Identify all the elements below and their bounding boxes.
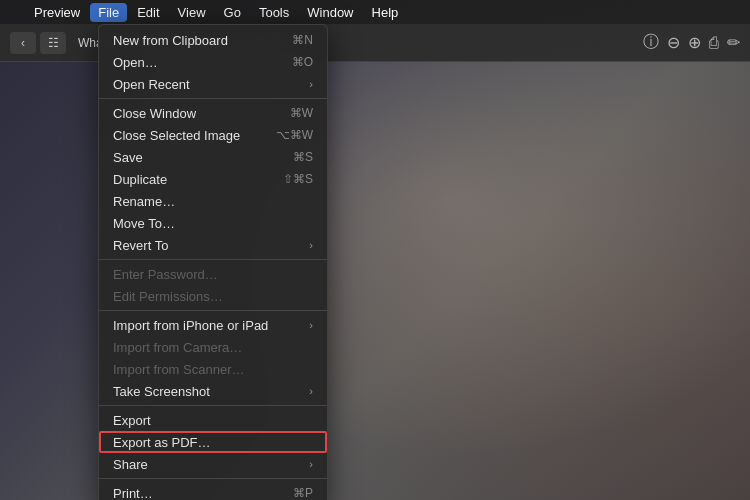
menubar-item-window[interactable]: Window — [299, 3, 361, 22]
menu-item-label: Take Screenshot — [113, 384, 210, 399]
menu-divider — [99, 405, 327, 406]
menubar-item-view[interactable]: View — [170, 3, 214, 22]
keyboard-shortcut: ⌘W — [290, 106, 313, 120]
toolbar-nav: ‹ ☷ — [10, 32, 66, 54]
menu-divider — [99, 478, 327, 479]
menu-item-label: Save — [113, 150, 143, 165]
submenu-arrow-icon: › — [309, 78, 313, 90]
menubar-item-file[interactable]: File — [90, 3, 127, 22]
menu-item-label: New from Clipboard — [113, 33, 228, 48]
menu-item-label: Open Recent — [113, 77, 190, 92]
menu-divider — [99, 310, 327, 311]
menu-item-label: Duplicate — [113, 172, 167, 187]
keyboard-shortcut: ⌥⌘W — [276, 128, 313, 142]
keyboard-shortcut: ⌘O — [292, 55, 313, 69]
menu-item-label: Import from Scanner… — [113, 362, 245, 377]
toolbar-actions: ⓘ ⊖ ⊕ ⎙ ✏ — [643, 32, 740, 53]
menu-divider — [99, 98, 327, 99]
menu-item-import-from-iphone-or-ipad[interactable]: Import from iPhone or iPad› — [99, 314, 327, 336]
menubar-item-tools[interactable]: Tools — [251, 3, 297, 22]
menu-item-label: Revert To — [113, 238, 168, 253]
menu-item-close-selected-image[interactable]: Close Selected Image⌥⌘W — [99, 124, 327, 146]
menu-item-share[interactable]: Share› — [99, 453, 327, 475]
menu-item-export-as-pdf-[interactable]: Export as PDF… — [99, 431, 327, 453]
menu-item-new-from-clipboard[interactable]: New from Clipboard⌘N — [99, 29, 327, 51]
keyboard-shortcut: ⇧⌘S — [283, 172, 313, 186]
keyboard-shortcut: ⌘S — [293, 150, 313, 164]
file-dropdown-menu: New from Clipboard⌘NOpen…⌘OOpen Recent›C… — [98, 24, 328, 500]
menu-item-import-from-camera-: Import from Camera… — [99, 336, 327, 358]
menu-item-print-[interactable]: Print…⌘P — [99, 482, 327, 500]
menu-item-label: Move To… — [113, 216, 175, 231]
menu-item-open-[interactable]: Open…⌘O — [99, 51, 327, 73]
keyboard-shortcut: ⌘N — [292, 33, 313, 47]
menubar-item-edit[interactable]: Edit — [129, 3, 167, 22]
submenu-arrow-icon: › — [309, 385, 313, 397]
menu-item-open-recent[interactable]: Open Recent› — [99, 73, 327, 95]
zoom-in-button[interactable]: ⊕ — [688, 33, 701, 52]
menu-item-duplicate[interactable]: Duplicate⇧⌘S — [99, 168, 327, 190]
zoom-out-button[interactable]: ⊖ — [667, 33, 680, 52]
menu-item-label: Import from Camera… — [113, 340, 242, 355]
menu-item-label: Close Window — [113, 106, 196, 121]
menu-item-label: Export — [113, 413, 151, 428]
menu-item-rename-[interactable]: Rename… — [99, 190, 327, 212]
menu-item-label: Import from iPhone or iPad — [113, 318, 268, 333]
menu-item-take-screenshot[interactable]: Take Screenshot› — [99, 380, 327, 402]
menu-divider — [99, 259, 327, 260]
sidebar-toggle-button[interactable]: ☷ — [40, 32, 66, 54]
submenu-arrow-icon: › — [309, 458, 313, 470]
menu-item-enter-password-: Enter Password… — [99, 263, 327, 285]
markup-button[interactable]: ✏ — [727, 33, 740, 52]
back-button[interactable]: ‹ — [10, 32, 36, 54]
menu-item-label: Close Selected Image — [113, 128, 240, 143]
menu-item-move-to-[interactable]: Move To… — [99, 212, 327, 234]
menu-item-label: Enter Password… — [113, 267, 218, 282]
menu-item-close-window[interactable]: Close Window⌘W — [99, 102, 327, 124]
submenu-arrow-icon: › — [309, 319, 313, 331]
menu-item-label: Edit Permissions… — [113, 289, 223, 304]
menu-item-label: Open… — [113, 55, 158, 70]
menubar-item-preview[interactable]: Preview — [26, 3, 88, 22]
menu-item-label: Print… — [113, 486, 153, 501]
menubar-item-help[interactable]: Help — [364, 3, 407, 22]
menu-item-export[interactable]: Export — [99, 409, 327, 431]
keyboard-shortcut: ⌘P — [293, 486, 313, 500]
menu-item-edit-permissions-: Edit Permissions… — [99, 285, 327, 307]
info-button[interactable]: ⓘ — [643, 32, 659, 53]
menubar-item-go[interactable]: Go — [216, 3, 249, 22]
menu-item-label: Rename… — [113, 194, 175, 209]
submenu-arrow-icon: › — [309, 239, 313, 251]
menu-bar: Preview File Edit View Go Tools Window H… — [0, 0, 750, 24]
share-button[interactable]: ⎙ — [709, 34, 719, 52]
menu-item-revert-to[interactable]: Revert To› — [99, 234, 327, 256]
menu-item-label: Export as PDF… — [113, 435, 211, 450]
menu-item-import-from-scanner-: Import from Scanner… — [99, 358, 327, 380]
menu-item-label: Share — [113, 457, 148, 472]
menu-item-save[interactable]: Save⌘S — [99, 146, 327, 168]
